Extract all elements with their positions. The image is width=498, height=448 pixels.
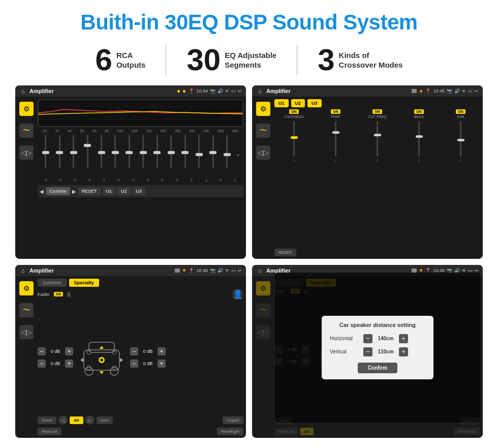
eq-slider-7[interactable] bbox=[125, 135, 133, 175]
eq-thumb-7 bbox=[126, 151, 133, 154]
u3-preset-btn[interactable]: U3 bbox=[307, 99, 322, 107]
minimize-icon-2: ▭ bbox=[468, 88, 473, 94]
dist-dialog-title: Car speaker distance setting bbox=[330, 322, 425, 328]
eq-wave-icon[interactable]: 〜 bbox=[19, 124, 34, 138]
val-14: -1 bbox=[231, 178, 239, 182]
adv-volume-icon[interactable]: ◁▷ bbox=[256, 145, 270, 160]
phat-track[interactable] bbox=[335, 121, 336, 157]
svg-point-10 bbox=[100, 359, 103, 362]
eq-play-icon[interactable]: ▶ bbox=[72, 189, 76, 194]
bass-track[interactable] bbox=[418, 121, 420, 157]
db-plus-3[interactable]: + bbox=[158, 347, 166, 355]
eq-track-14 bbox=[226, 135, 228, 168]
eq-u1-btn[interactable]: U1 bbox=[103, 187, 116, 195]
eq-slider-10[interactable] bbox=[167, 135, 175, 175]
eq-track-6 bbox=[114, 135, 116, 168]
tab-common[interactable]: Common bbox=[38, 279, 67, 287]
left-arrow-btn[interactable]: ◁ bbox=[58, 415, 68, 425]
eq-slider-3[interactable] bbox=[70, 135, 78, 175]
eq-u3-btn[interactable]: U3 bbox=[133, 187, 146, 195]
adv-settings-icon[interactable]: ⚙ bbox=[256, 102, 270, 116]
eq-slider-1[interactable] bbox=[42, 135, 50, 175]
dist-vertical-minus[interactable]: − bbox=[363, 347, 372, 356]
adv-slider-sub: ON SUB G bbox=[441, 109, 480, 247]
eq-thumb-4 bbox=[84, 144, 91, 147]
val-6: 0 bbox=[115, 178, 123, 182]
eq-thumb-10 bbox=[168, 151, 175, 154]
app-name-3: Amplifier bbox=[29, 267, 172, 274]
eq-thumb-5 bbox=[98, 151, 105, 154]
eq-custom-btn[interactable]: Custom bbox=[46, 187, 70, 195]
freq-250: 250 bbox=[175, 129, 181, 133]
confirm-button[interactable]: Confirm bbox=[358, 363, 397, 373]
cross-volume-icon[interactable]: ◁▷ bbox=[19, 325, 34, 339]
cross-main-content: − 0 dB + − 0 dB + bbox=[38, 302, 243, 414]
db-plus-1[interactable]: + bbox=[65, 347, 73, 355]
copilot-btn[interactable]: Copilot bbox=[223, 416, 243, 424]
fader-profile-icon[interactable]: 👤 bbox=[232, 289, 243, 300]
cross-wave-icon[interactable]: 〜 bbox=[19, 303, 34, 317]
u1-preset-btn[interactable]: U1 bbox=[274, 99, 289, 107]
right-arrow-btn[interactable]: ▷ bbox=[85, 415, 95, 425]
eq-slider-11[interactable] bbox=[181, 135, 189, 175]
dist-rearright-btn: RearRight bbox=[454, 428, 480, 435]
db-plus-2[interactable]: + bbox=[65, 360, 73, 368]
dist-horizontal-plus[interactable]: + bbox=[399, 334, 408, 343]
dist-dialog-overlay: Car speaker distance setting Horizontal … bbox=[275, 273, 480, 423]
eq-slider-12[interactable] bbox=[195, 135, 203, 175]
db-plus-4[interactable]: + bbox=[158, 360, 166, 368]
u2-preset-btn[interactable]: U2 bbox=[291, 99, 305, 107]
tab-specialty[interactable]: Specialty bbox=[69, 279, 100, 287]
db-minus-4[interactable]: − bbox=[130, 360, 138, 368]
eq-u2-btn[interactable]: U2 bbox=[117, 187, 131, 195]
eq-curve-svg bbox=[38, 100, 243, 127]
db-minus-2[interactable]: − bbox=[38, 360, 46, 368]
cross-settings-icon[interactable]: ⚙ bbox=[19, 281, 34, 295]
db-minus-1[interactable]: − bbox=[38, 347, 46, 355]
adv-slider-bass: ON BASS G bbox=[399, 109, 439, 247]
adv-wave-icon[interactable]: 〜 bbox=[256, 124, 270, 138]
dist-all-btn: All bbox=[300, 428, 314, 435]
adv-reset-btn[interactable]: RESET bbox=[274, 249, 296, 256]
eq-track-13 bbox=[212, 135, 214, 168]
svg-point-8 bbox=[110, 367, 118, 375]
freq-320: 320 bbox=[189, 129, 195, 133]
all-btn[interactable]: All bbox=[70, 416, 83, 424]
loudness-track[interactable] bbox=[293, 121, 295, 157]
sub-track[interactable] bbox=[460, 121, 461, 157]
eq-thumb-3 bbox=[70, 151, 77, 154]
eq-settings-icon[interactable]: ⚙ bbox=[19, 102, 34, 116]
cutfreq-on-badge: ON bbox=[372, 109, 382, 114]
back-icon-2: ↩ bbox=[475, 88, 479, 94]
status-icons-1: 📍 10:44 📷 🔊 ✕ ▭ ↩ bbox=[189, 88, 242, 94]
eq-volume-icon[interactable]: ◁▷ bbox=[19, 145, 34, 160]
db-minus-3[interactable]: − bbox=[130, 347, 138, 355]
eq-bottom-controls: ◀ Custom ▶ RESET U1 U2 U3 bbox=[38, 185, 243, 197]
eq-slider-8[interactable] bbox=[139, 135, 147, 175]
rearleft-btn[interactable]: RearLeft bbox=[38, 428, 61, 435]
eq-prev-icon[interactable]: ◀ bbox=[40, 189, 44, 194]
eq-slider-9[interactable] bbox=[153, 135, 161, 175]
eq-slider-14[interactable] bbox=[223, 135, 231, 175]
screenshot-crossover: ⌂ Amplifier 📍 10:46 📷 🔊 ✕ ▭ ↩ ⚙ 〜 bbox=[15, 265, 246, 438]
dist-vertical-plus[interactable]: + bbox=[399, 347, 408, 356]
eq-slider-6[interactable] bbox=[111, 135, 119, 175]
eq-thumb-6 bbox=[112, 151, 119, 154]
eq-track-4 bbox=[87, 135, 88, 168]
rearright-btn[interactable]: RearRight bbox=[217, 428, 243, 435]
page-title: Buith-in 30EQ DSP Sound System bbox=[80, 10, 417, 35]
cross-sidebar: ⚙ 〜 ◁▷ bbox=[18, 279, 35, 436]
eq-slider-13[interactable] bbox=[209, 135, 217, 175]
eq-slider-5[interactable] bbox=[98, 135, 106, 175]
page-container: Buith-in 30EQ DSP Sound System 6 RCAOutp… bbox=[0, 0, 498, 448]
user-btn[interactable]: User bbox=[97, 416, 113, 424]
svg-marker-18 bbox=[120, 358, 123, 362]
driver-btn[interactable]: Driver bbox=[38, 416, 56, 424]
cutfreq-track[interactable] bbox=[377, 121, 378, 157]
eq-slider-4[interactable] bbox=[83, 135, 91, 175]
eq-reset-btn[interactable]: RESET bbox=[78, 187, 101, 195]
stat-rca-label: RCAOutputs bbox=[116, 50, 146, 70]
eq-slider-2[interactable] bbox=[55, 135, 64, 175]
stat-crossover-label: Kinds ofCrossover Modes bbox=[339, 50, 403, 70]
dist-horizontal-minus[interactable]: − bbox=[363, 334, 372, 343]
